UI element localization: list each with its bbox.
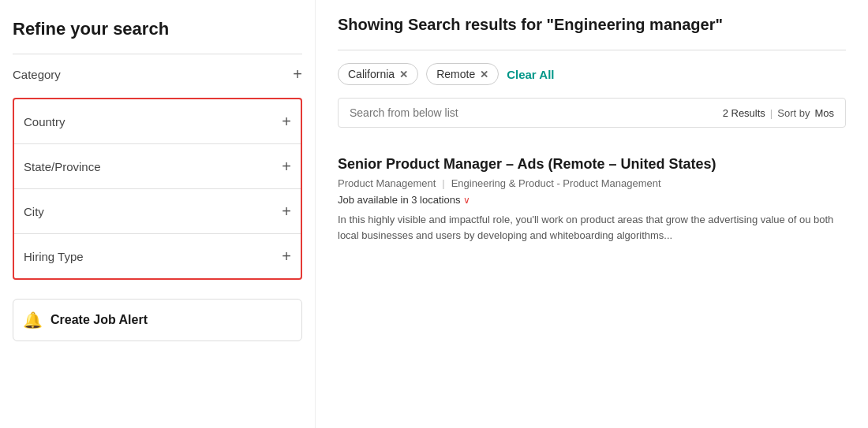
job-title[interactable]: Senior Product Manager – Ads (Remote – U… (338, 156, 846, 173)
search-bar-container: 2 Results | Sort by Mos (338, 98, 846, 128)
search-heading-prefix: Showing Search results for (338, 16, 547, 33)
state-province-label: State/Province (24, 160, 101, 173)
sidebar: Refine your search Category + Country + … (0, 0, 316, 428)
clear-all-button[interactable]: Clear All (507, 68, 554, 81)
active-filters-row: California ✕ Remote ✕ Clear All (338, 63, 846, 85)
hiring-type-label: Hiring Type (24, 250, 84, 263)
hiring-type-expand-icon[interactable]: + (282, 248, 291, 264)
meta-pipe: | (442, 177, 444, 189)
category-expand-icon[interactable]: + (293, 65, 302, 84)
filter-tag-remote-remove[interactable]: ✕ (480, 69, 488, 80)
search-input[interactable] (350, 106, 723, 119)
pipe-divider: | (770, 107, 773, 119)
category-label: Category (13, 68, 61, 81)
results-sort-info: 2 Results | Sort by Mos (723, 107, 834, 119)
job-locations-text: Job available in 3 locations (338, 194, 460, 206)
filter-tag-california-label: California (348, 68, 395, 80)
filter-tag-remote[interactable]: Remote ✕ (426, 63, 499, 85)
create-job-alert-label: Create Job Alert (51, 313, 148, 327)
country-filter[interactable]: Country + (14, 99, 301, 144)
state-province-filter[interactable]: State/Province + (14, 144, 301, 189)
job-meta-department: Engineering & Product - Product Manageme… (451, 177, 661, 189)
search-heading: Showing Search results for "Engineering … (338, 16, 846, 34)
state-province-expand-icon[interactable]: + (282, 158, 291, 174)
job-locations[interactable]: Job available in 3 locations ∨ (338, 194, 846, 206)
filter-tag-remote-label: Remote (436, 68, 475, 80)
city-filter[interactable]: City + (14, 189, 301, 234)
search-heading-query: "Engineering manager" (547, 16, 723, 33)
hiring-type-filter[interactable]: Hiring Type + (14, 234, 301, 278)
sort-label: Sort by (777, 107, 810, 119)
category-filter[interactable]: Category + (13, 54, 302, 91)
filter-tag-california[interactable]: California ✕ (338, 63, 418, 85)
main-content: Showing Search results for "Engineering … (316, 0, 868, 428)
filter-tag-california-remove[interactable]: ✕ (399, 69, 408, 80)
city-expand-icon[interactable]: + (282, 203, 291, 219)
job-card: Senior Product Manager – Ads (Remote – U… (338, 147, 846, 252)
results-count: 2 Results (723, 107, 765, 119)
sidebar-title: Refine your search (13, 19, 302, 39)
country-expand-icon[interactable]: + (282, 114, 291, 129)
job-meta-category: Product Management (338, 177, 436, 189)
job-description: In this highly visible and impactful rol… (338, 212, 846, 243)
locations-chevron-icon[interactable]: ∨ (463, 195, 470, 206)
job-meta: Product Management | Engineering & Produ… (338, 177, 846, 189)
filter-section-group: Country + State/Province + City + Hiring… (13, 98, 302, 280)
city-label: City (24, 205, 44, 218)
alert-bell-icon: 🔔 (23, 311, 43, 329)
sort-value[interactable]: Mos (814, 107, 834, 119)
country-label: Country (24, 115, 65, 128)
create-job-alert-button[interactable]: 🔔 Create Job Alert (13, 299, 302, 341)
